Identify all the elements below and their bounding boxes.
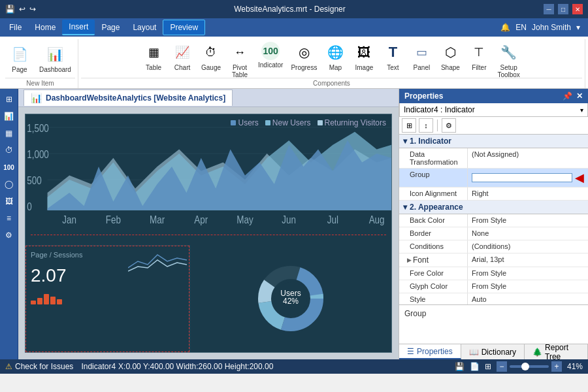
chart-icon: 📈 — [172, 42, 193, 63]
row-data-transformation[interactable]: Data Transformation (Not Assigned) — [399, 148, 588, 169]
value-glyph-color[interactable]: From Style — [468, 280, 588, 293]
ribbon-btn-shape[interactable]: ⬡ Shape — [436, 39, 465, 74]
undo-icon[interactable]: ↩ — [19, 5, 25, 14]
page-icon: 📄 — [9, 44, 30, 65]
page-sessions-panel[interactable]: Page / Sessions 2.07 — [25, 245, 190, 352]
label-font: ▶ Font — [399, 253, 468, 267]
value-style[interactable]: Auto — [468, 293, 588, 304]
ribbon-btn-progress[interactable]: ◎ Progress — [287, 39, 321, 74]
donut-panel[interactable]: Users 42% — [190, 245, 391, 352]
sidebar-icon-image[interactable]: 🖼 — [1, 193, 17, 209]
sort-az-button[interactable]: ↕ — [419, 118, 433, 133]
status-issues[interactable]: ⚠ Check for Issues — [5, 362, 73, 371]
row-group[interactable]: Group ◀ — [399, 169, 588, 188]
ribbon-btn-panel[interactable]: ▭ Panel — [407, 39, 436, 74]
canvas-tab-dashboard[interactable]: 📊 DashboardWebsiteAnalytics [Website Ana… — [24, 90, 233, 106]
ribbon-btn-chart[interactable]: 📈 Chart — [168, 39, 197, 74]
ribbon-btn-filter[interactable]: ⊤ Filter — [465, 39, 493, 74]
menu-preview[interactable]: Preview — [163, 20, 205, 35]
user-menu[interactable]: John Smith — [532, 23, 571, 32]
sidebar-icon-number[interactable]: 100 — [1, 159, 17, 175]
properties-selector[interactable]: Indicator4 : Indicator ▾ — [399, 103, 588, 117]
value-group[interactable]: ◀ — [468, 169, 588, 187]
zoom-slider[interactable] — [510, 365, 549, 368]
row-back-color[interactable]: Back Color From Style — [399, 214, 588, 227]
ribbon-btn-dashboard[interactable]: 📊 Dashboard — [35, 41, 75, 76]
sidebar-icon-circle[interactable]: ◯ — [1, 176, 17, 192]
close-button[interactable]: ✕ — [572, 4, 583, 14]
group-input[interactable] — [472, 173, 572, 182]
status-icon-save[interactable]: 💾 — [455, 362, 465, 371]
bell-icon[interactable]: 🔔 — [500, 23, 510, 32]
maximize-button[interactable]: □ — [558, 4, 568, 14]
section-appearance-header[interactable]: ▾ 2. Appearance — [399, 201, 588, 214]
value-icon-alignment[interactable]: Right — [468, 188, 588, 200]
value-font[interactable]: Arial, 13pt — [468, 253, 588, 267]
sidebar-icon-layers[interactable]: ≡ — [1, 210, 17, 226]
filter-icon: ⊤ — [468, 42, 489, 63]
language-selector[interactable]: EN — [515, 23, 527, 32]
row-style[interactable]: Style Auto — [399, 293, 588, 304]
status-icon-zoom[interactable]: ⊞ — [485, 362, 491, 371]
value-fore-color[interactable]: From Style — [468, 267, 588, 280]
value-back-color[interactable]: From Style — [468, 214, 588, 227]
row-icon-alignment[interactable]: Icon Alignment Right — [399, 188, 588, 201]
mini-bar-2 — [37, 298, 42, 304]
user-chevron[interactable]: ▾ — [576, 23, 580, 32]
zoom-out-button[interactable]: − — [497, 361, 507, 372]
menu-file[interactable]: File — [3, 20, 28, 35]
value-data-transformation[interactable]: (Not Assigned) — [468, 148, 588, 168]
dashboard-preview[interactable]: Users New Users Returning Visitors — [25, 114, 392, 353]
settings-button[interactable]: ⚙ — [442, 118, 456, 133]
svg-text:Jan: Jan — [62, 214, 76, 225]
ribbon-btn-table[interactable]: ▦ Table — [139, 39, 168, 74]
value-border[interactable]: None — [468, 227, 588, 240]
ribbon-btn-pivot-table[interactable]: ↔ PivotTable — [225, 39, 254, 78]
properties-table: ▾ 1. Indicator Data Transformation (Not … — [399, 135, 588, 304]
row-conditions[interactable]: Conditions (Conditions) — [399, 240, 588, 253]
font-expand-arrow[interactable]: ▶ — [407, 257, 412, 263]
menu-home[interactable]: Home — [28, 20, 62, 35]
tab-dictionary[interactable]: 📖 Dictionary — [461, 344, 525, 359]
row-fore-color[interactable]: Fore Color From Style — [399, 267, 588, 280]
row-border[interactable]: Border None — [399, 227, 588, 240]
pin-button[interactable]: 📌 — [563, 91, 572, 101]
section-appearance-collapse[interactable]: ▾ — [403, 203, 407, 212]
row-font[interactable]: ▶ Font Arial, 13pt — [399, 253, 588, 267]
svg-text:500: 500 — [27, 175, 41, 186]
ribbon-btn-indicator[interactable]: 100 Indicator — [254, 39, 287, 71]
svg-text:42%: 42% — [283, 297, 299, 306]
close-props-button[interactable]: ✕ — [576, 91, 583, 101]
tab-report-tree[interactable]: 🌲 Report Tree — [525, 344, 588, 359]
redo-icon[interactable]: ↪ — [29, 5, 36, 14]
status-icon-page[interactable]: 📄 — [470, 362, 480, 371]
properties-header: Properties 📌 ✕ — [399, 89, 588, 103]
save-icon[interactable]: 💾 — [5, 5, 15, 14]
row-glyph-color[interactable]: Glyph Color From Style — [399, 280, 588, 293]
ribbon-btn-setup-toolbox[interactable]: 🔧 SetupToolbox — [493, 39, 523, 78]
section-indicator-collapse[interactable]: ▾ — [403, 137, 407, 146]
value-conditions[interactable]: (Conditions) — [468, 240, 588, 253]
ribbon-btn-text[interactable]: T Text — [378, 39, 407, 74]
tab-properties[interactable]: ☰ Properties — [399, 344, 461, 359]
sidebar-icon-table[interactable]: ▦ — [1, 125, 17, 141]
ribbon-btn-image[interactable]: 🖼 Image — [350, 39, 378, 74]
sidebar-icon-settings[interactable]: ⚙ — [1, 227, 17, 243]
table-icon: ▦ — [143, 42, 164, 63]
sidebar-icon-chart[interactable]: 📊 — [1, 108, 17, 124]
zoom-in-button[interactable]: + — [551, 361, 562, 372]
menu-insert[interactable]: Insert — [62, 20, 95, 35]
canvas-content[interactable]: Users New Users Returning Visitors — [18, 107, 399, 359]
menu-page[interactable]: Page — [95, 20, 126, 35]
selector-value: Indicator4 : Indicator — [404, 105, 475, 114]
section-indicator-header[interactable]: ▾ 1. Indicator — [399, 135, 588, 148]
category-view-button[interactable]: ⊞ — [402, 118, 416, 133]
ribbon-btn-map[interactable]: 🌐 Map — [321, 39, 350, 74]
selector-chevron[interactable]: ▾ — [580, 106, 583, 114]
sidebar-icon-gauge[interactable]: ⏱ — [1, 142, 17, 158]
menu-layout[interactable]: Layout — [126, 20, 163, 35]
minimize-button[interactable]: ─ — [544, 4, 554, 14]
sidebar-icon-grid[interactable]: ⊞ — [1, 91, 17, 107]
ribbon-btn-gauge[interactable]: ⏱ Gauge — [197, 39, 225, 74]
ribbon-btn-page[interactable]: 📄 Page — [5, 41, 34, 76]
